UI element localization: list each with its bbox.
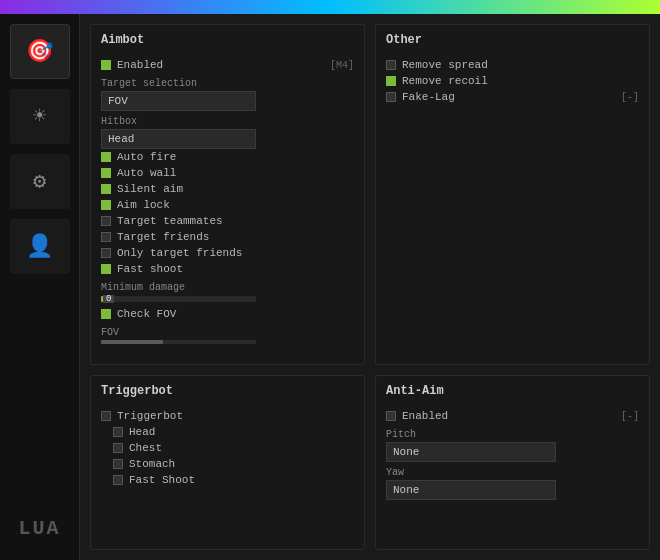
triggerbot-panel: Triggerbot Triggerbot Head Chest (90, 375, 365, 550)
main-layout: 🎯 ☀ ⚙ 👤 LUA Aimbot Enabled [ (0, 14, 660, 560)
triggerbot-stomach-label: Stomach (129, 458, 175, 470)
hitbox-label: Hitbox (101, 116, 354, 127)
fake-lag-key: [-] (621, 92, 639, 103)
triggerbot-fast-shoot-checkbox[interactable] (113, 475, 123, 485)
top-panels-row: Aimbot Enabled [M4] Target selection FOV… (90, 24, 650, 365)
fast-shoot-checkbox[interactable] (101, 264, 111, 274)
target-friends-checkbox[interactable] (101, 232, 111, 242)
profile-icon: 👤 (26, 233, 53, 260)
auto-fire-checkbox[interactable] (101, 152, 111, 162)
aimbot-panel: Aimbot Enabled [M4] Target selection FOV… (90, 24, 365, 365)
fake-lag-row[interactable]: Fake-Lag [-] (386, 89, 639, 105)
target-teammates-row[interactable]: Target teammates (101, 213, 354, 229)
minimum-damage-slider[interactable]: 0 (101, 296, 354, 302)
sidebar-item-crosshair[interactable]: 🎯 (10, 24, 70, 79)
target-teammates-checkbox[interactable] (101, 216, 111, 226)
aim-lock-row[interactable]: Aim lock (101, 197, 354, 213)
triggerbot-stomach-row[interactable]: Stomach (113, 456, 354, 472)
antiaim-enabled-checkbox[interactable] (386, 411, 396, 421)
auto-fire-row[interactable]: Auto fire (101, 149, 354, 165)
aim-lock-checkbox[interactable] (101, 200, 111, 210)
antiaim-enabled-key: [-] (621, 411, 639, 422)
triggerbot-fast-shoot-row[interactable]: Fast Shoot (113, 472, 354, 488)
auto-wall-checkbox[interactable] (101, 168, 111, 178)
target-selection-dropdown[interactable]: FOV (101, 91, 256, 111)
triggerbot-checkbox[interactable] (101, 411, 111, 421)
remove-recoil-checkbox[interactable] (386, 76, 396, 86)
other-content: Remove spread Remove recoil Fake-Lag [-] (376, 52, 649, 364)
only-target-friends-row[interactable]: Only target friends (101, 245, 354, 261)
auto-fire-label: Auto fire (117, 151, 176, 163)
antiaim-enabled-label: Enabled (402, 410, 448, 422)
triggerbot-head-label: Head (129, 426, 155, 438)
fake-lag-checkbox[interactable] (386, 92, 396, 102)
aimbot-enabled-label: Enabled (117, 59, 163, 71)
fast-shoot-label: Fast shoot (117, 263, 183, 275)
remove-spread-row[interactable]: Remove spread (386, 57, 639, 73)
triggerbot-row[interactable]: Triggerbot (101, 408, 354, 424)
antiaim-title: Anti-Aim (376, 376, 649, 403)
triggerbot-stomach-checkbox[interactable] (113, 459, 123, 469)
antiaim-panel: Anti-Aim Enabled [-] Pitch None Yaw (375, 375, 650, 550)
minimum-damage-track: 0 (101, 296, 256, 302)
brightness-icon: ☀ (33, 103, 46, 130)
aimbot-enabled-row[interactable]: Enabled [M4] (101, 57, 354, 73)
fov-label: FOV (101, 327, 354, 338)
triggerbot-chest-row[interactable]: Chest (113, 440, 354, 456)
remove-recoil-row[interactable]: Remove recoil (386, 73, 639, 89)
remove-spread-label: Remove spread (402, 59, 488, 71)
check-fov-row[interactable]: Check FOV (101, 306, 354, 322)
triggerbot-fast-shoot-label: Fast Shoot (129, 474, 195, 486)
top-bar (0, 0, 660, 14)
aimbot-enabled-checkbox[interactable] (101, 60, 111, 70)
check-fov-checkbox[interactable] (101, 309, 111, 319)
hitbox-dropdown[interactable]: Head (101, 129, 256, 149)
bottom-panels-row: Triggerbot Triggerbot Head Chest (90, 375, 650, 550)
lua-label: LUA (18, 517, 60, 540)
auto-wall-row[interactable]: Auto wall (101, 165, 354, 181)
triggerbot-indent: Head Chest Stomach Fast Shoot (101, 424, 354, 488)
triggerbot-head-row[interactable]: Head (113, 424, 354, 440)
silent-aim-row[interactable]: Silent aim (101, 181, 354, 197)
auto-wall-label: Auto wall (117, 167, 176, 179)
only-target-friends-label: Only target friends (117, 247, 242, 259)
fast-shoot-row[interactable]: Fast shoot (101, 261, 354, 277)
sidebar-item-brightness[interactable]: ☀ (10, 89, 70, 144)
pitch-value: None (393, 446, 419, 458)
silent-aim-label: Silent aim (117, 183, 183, 195)
content-area: Aimbot Enabled [M4] Target selection FOV… (80, 14, 660, 560)
remove-spread-checkbox[interactable] (386, 60, 396, 70)
target-selection-label: Target selection (101, 78, 354, 89)
triggerbot-head-checkbox[interactable] (113, 427, 123, 437)
antiaim-enabled-row[interactable]: Enabled [-] (386, 408, 639, 424)
pitch-dropdown[interactable]: None (386, 442, 556, 462)
aimbot-title: Aimbot (91, 25, 364, 52)
target-friends-label: Target friends (117, 231, 209, 243)
hitbox-value: Head (108, 133, 134, 145)
pitch-label: Pitch (386, 429, 639, 440)
triggerbot-content: Triggerbot Head Chest Sto (91, 403, 364, 549)
triggerbot-chest-checkbox[interactable] (113, 443, 123, 453)
triggerbot-label: Triggerbot (117, 410, 183, 422)
aimbot-enabled-key: [M4] (330, 60, 354, 71)
target-teammates-label: Target teammates (117, 215, 223, 227)
sidebar-item-settings[interactable]: ⚙ (10, 154, 70, 209)
triggerbot-chest-label: Chest (129, 442, 162, 454)
yaw-label: Yaw (386, 467, 639, 478)
sidebar: 🎯 ☀ ⚙ 👤 LUA (0, 14, 80, 560)
other-panel: Other Remove spread Remove recoil (375, 24, 650, 365)
minimum-damage-label: Minimum damage (101, 282, 354, 293)
minimum-damage-value: 0 (103, 295, 114, 303)
yaw-dropdown[interactable]: None (386, 480, 556, 500)
target-selection-value: FOV (108, 95, 128, 107)
gear-icon: ⚙ (33, 168, 46, 195)
remove-recoil-label: Remove recoil (402, 75, 488, 87)
sidebar-item-profile[interactable]: 👤 (10, 219, 70, 274)
triggerbot-title: Triggerbot (91, 376, 364, 403)
silent-aim-checkbox[interactable] (101, 184, 111, 194)
fov-slider[interactable] (101, 340, 256, 344)
target-friends-row[interactable]: Target friends (101, 229, 354, 245)
fake-lag-label: Fake-Lag (402, 91, 455, 103)
check-fov-label: Check FOV (117, 308, 176, 320)
only-target-friends-checkbox[interactable] (101, 248, 111, 258)
